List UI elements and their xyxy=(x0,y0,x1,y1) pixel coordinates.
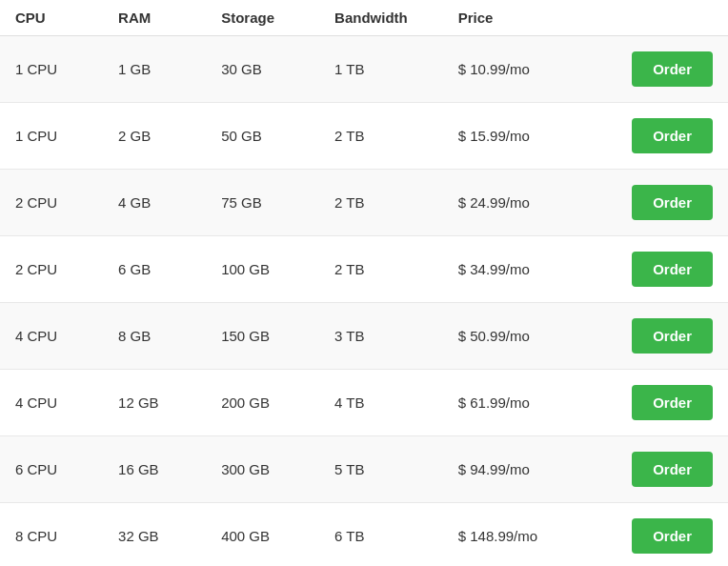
cell-bandwidth: 6 TB xyxy=(319,503,443,567)
cell-ram: 1 GB xyxy=(103,36,206,103)
order-button[interactable]: Order xyxy=(632,318,713,354)
order-cell: Order xyxy=(608,236,728,303)
cell-ram: 6 GB xyxy=(103,236,206,303)
order-button[interactable]: Order xyxy=(632,385,713,420)
cell-cpu: 8 CPU xyxy=(0,503,103,567)
table-row: 8 CPU32 GB400 GB6 TB$ 148.99/moOrder xyxy=(0,503,728,567)
cell-price: $ 34.99/mo xyxy=(443,236,608,303)
cell-storage: 150 GB xyxy=(206,303,319,370)
order-cell: Order xyxy=(608,303,728,370)
cell-storage: 100 GB xyxy=(206,236,319,303)
order-button[interactable]: Order xyxy=(632,185,713,220)
cell-ram: 8 GB xyxy=(103,303,206,370)
cell-ram: 2 GB xyxy=(103,103,206,170)
order-button[interactable]: Order xyxy=(632,118,713,153)
cell-price: $ 24.99/mo xyxy=(443,170,608,236)
order-button[interactable]: Order xyxy=(632,252,713,287)
cell-cpu: 4 CPU xyxy=(0,303,103,370)
cell-cpu: 6 CPU xyxy=(0,436,103,503)
cell-storage: 50 GB xyxy=(206,103,319,170)
cell-cpu: 1 CPU xyxy=(0,36,103,103)
order-cell: Order xyxy=(608,503,728,567)
cell-cpu: 1 CPU xyxy=(0,103,103,170)
header-storage: Storage xyxy=(206,0,319,36)
cell-storage: 400 GB xyxy=(206,503,319,567)
order-cell: Order xyxy=(608,103,728,170)
header-price: Price xyxy=(443,0,608,36)
order-cell: Order xyxy=(608,370,728,436)
cell-storage: 75 GB xyxy=(206,170,319,236)
table-row: 1 CPU1 GB30 GB1 TB$ 10.99/moOrder xyxy=(0,36,728,103)
header-action xyxy=(608,0,728,36)
cell-price: $ 94.99/mo xyxy=(443,436,608,503)
header-ram: RAM xyxy=(103,0,206,36)
cell-ram: 4 GB xyxy=(103,170,206,236)
table-row: 2 CPU6 GB100 GB2 TB$ 34.99/moOrder xyxy=(0,236,728,303)
pricing-table: CPU RAM Storage Bandwidth Price 1 CPU1 G… xyxy=(0,0,728,566)
cell-bandwidth: 5 TB xyxy=(319,436,443,503)
cell-price: $ 148.99/mo xyxy=(443,503,608,567)
cell-bandwidth: 2 TB xyxy=(319,236,443,303)
cell-ram: 12 GB xyxy=(103,370,206,436)
cell-cpu: 2 CPU xyxy=(0,236,103,303)
cell-cpu: 2 CPU xyxy=(0,170,103,236)
cell-bandwidth: 2 TB xyxy=(319,170,443,236)
cell-storage: 300 GB xyxy=(206,436,319,503)
cell-bandwidth: 4 TB xyxy=(319,370,443,436)
table-row: 4 CPU12 GB200 GB4 TB$ 61.99/moOrder xyxy=(0,370,728,436)
cell-bandwidth: 3 TB xyxy=(319,303,443,370)
cell-storage: 200 GB xyxy=(206,370,319,436)
order-cell: Order xyxy=(608,36,728,103)
order-button[interactable]: Order xyxy=(632,518,713,554)
order-button[interactable]: Order xyxy=(632,51,713,87)
table-row: 6 CPU16 GB300 GB5 TB$ 94.99/moOrder xyxy=(0,436,728,503)
cell-cpu: 4 CPU xyxy=(0,370,103,436)
cell-price: $ 10.99/mo xyxy=(443,36,608,103)
header-bandwidth: Bandwidth xyxy=(319,0,443,36)
cell-storage: 30 GB xyxy=(206,36,319,103)
cell-ram: 16 GB xyxy=(103,436,206,503)
cell-ram: 32 GB xyxy=(103,503,206,567)
cell-price: $ 15.99/mo xyxy=(443,103,608,170)
cell-price: $ 50.99/mo xyxy=(443,303,608,370)
order-cell: Order xyxy=(608,170,728,236)
header-cpu: CPU xyxy=(0,0,103,36)
cell-bandwidth: 2 TB xyxy=(319,103,443,170)
table-row: 2 CPU4 GB75 GB2 TB$ 24.99/moOrder xyxy=(0,170,728,236)
table-row: 1 CPU2 GB50 GB2 TB$ 15.99/moOrder xyxy=(0,103,728,170)
order-button[interactable]: Order xyxy=(632,452,713,487)
table-row: 4 CPU8 GB150 GB3 TB$ 50.99/moOrder xyxy=(0,303,728,370)
cell-price: $ 61.99/mo xyxy=(443,370,608,436)
cell-bandwidth: 1 TB xyxy=(319,36,443,103)
order-cell: Order xyxy=(608,436,728,503)
